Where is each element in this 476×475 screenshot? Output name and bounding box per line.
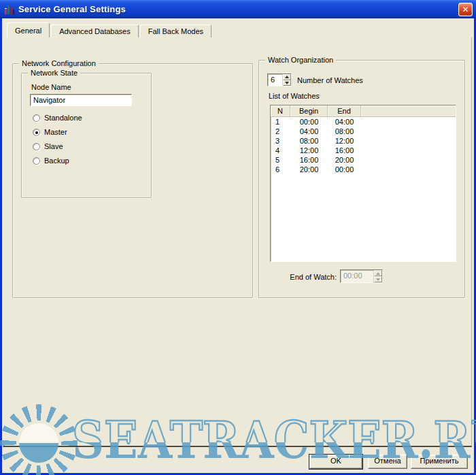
cell-begin: 16:00 (290, 155, 328, 165)
cell-n: 6 (271, 165, 290, 174)
radio-master[interactable]: Master (33, 127, 67, 137)
cell-end: 00:00 (328, 165, 361, 174)
radio-label: Slave (44, 142, 63, 150)
table-row[interactable]: 6 20:00 00:00 (271, 165, 456, 174)
radio-circle-icon (33, 143, 40, 150)
cell-n: 2 (271, 127, 290, 136)
column-header-begin[interactable]: Begin (290, 105, 328, 116)
cell-n: 5 (271, 155, 290, 165)
number-of-watches-label: Number of Watches (297, 76, 363, 84)
spinner-value: 00:00 (341, 270, 373, 282)
number-of-watches-spinner[interactable]: 6 (267, 73, 292, 86)
radio-slave[interactable]: Slave (33, 142, 63, 151)
app-icon (4, 4, 15, 15)
table-row[interactable]: 2 04:00 08:00 (271, 127, 456, 136)
cell-begin: 20:00 (290, 165, 328, 174)
cell-end: 20:00 (328, 155, 361, 165)
cell-begin: 08:00 (290, 136, 328, 146)
window-title: Service General Settings (18, 4, 126, 14)
cell-begin: 00:00 (290, 117, 328, 127)
column-header-filler (361, 105, 456, 116)
tab-advanced-databases[interactable]: Advanced Databases (51, 24, 139, 37)
cell-begin: 04:00 (290, 127, 328, 136)
table-row[interactable]: 5 16:00 20:00 (271, 155, 456, 165)
radio-backup[interactable]: Backup (33, 156, 69, 165)
ok-button[interactable]: OK (309, 455, 362, 469)
table-row[interactable]: 3 08:00 12:00 (271, 136, 456, 146)
cell-n: 4 (271, 146, 290, 155)
radio-label: Standalone (44, 114, 82, 122)
watches-list[interactable]: N Begin End 1 00:00 04:00 2 04:00 08:00 (270, 105, 456, 262)
table-row[interactable]: 1 00:00 04:00 (271, 117, 456, 127)
cell-n: 1 (271, 117, 290, 127)
close-icon[interactable]: ✕ (458, 3, 473, 16)
group-label: Watch Organization (265, 56, 336, 65)
node-name-label: Node Name (31, 83, 71, 91)
node-name-input[interactable] (30, 94, 132, 106)
list-header: N Begin End (271, 105, 456, 117)
apply-button[interactable]: Применить (411, 455, 468, 469)
radio-label: Master (44, 128, 67, 136)
cell-end: 16:00 (328, 146, 361, 155)
tab-fall-back-modes[interactable]: Fall Back Modes (140, 24, 211, 37)
service-general-settings-dialog: Service General Settings ✕ General Advan… (0, 0, 476, 475)
column-header-n[interactable]: N (271, 105, 290, 116)
cell-n: 3 (271, 136, 290, 146)
spinner-down-icon (374, 276, 382, 282)
radio-standalone[interactable]: Standalone (33, 113, 82, 122)
end-of-watch-spinner: 00:00 (340, 269, 383, 283)
spinner-up-icon (374, 270, 382, 276)
group-network-configuration: Network Configuration Network State Node… (12, 63, 253, 298)
group-label: Network Configuration (19, 59, 99, 68)
spinner-down-icon[interactable] (283, 80, 291, 86)
group-network-state: Network State Node Name Standalone Maste… (21, 73, 152, 198)
tab-page-general: Network Configuration Network State Node… (3, 37, 472, 447)
radio-label: Backup (44, 157, 69, 165)
radio-circle-icon (33, 114, 40, 122)
column-header-end[interactable]: End (328, 105, 361, 116)
radio-circle-icon (33, 129, 40, 136)
group-label: Network State (28, 69, 80, 78)
spinner-up-icon[interactable] (283, 74, 291, 80)
cell-begin: 12:00 (290, 146, 328, 155)
cancel-button[interactable]: Отмена (368, 455, 407, 469)
radio-dot-icon (35, 131, 38, 134)
radio-circle-icon (33, 157, 40, 165)
tab-strip: General Advanced Databases Fall Back Mod… (7, 22, 213, 37)
cell-end: 08:00 (328, 127, 361, 136)
table-row[interactable]: 4 12:00 16:00 (271, 146, 456, 155)
spinner-value: 6 (268, 74, 282, 86)
cell-end: 04:00 (328, 117, 361, 127)
group-watch-organization: Watch Organization 6 Number of Watches L… (258, 60, 465, 298)
dialog-content: General Advanced Databases Fall Back Mod… (2, 18, 474, 473)
tab-general[interactable]: General (7, 22, 50, 37)
titlebar[interactable]: Service General Settings ✕ (0, 0, 476, 18)
end-of-watch-label: End of Watch: (286, 273, 337, 281)
cell-end: 12:00 (328, 136, 361, 146)
list-of-watches-label: List of Watches (269, 92, 320, 100)
